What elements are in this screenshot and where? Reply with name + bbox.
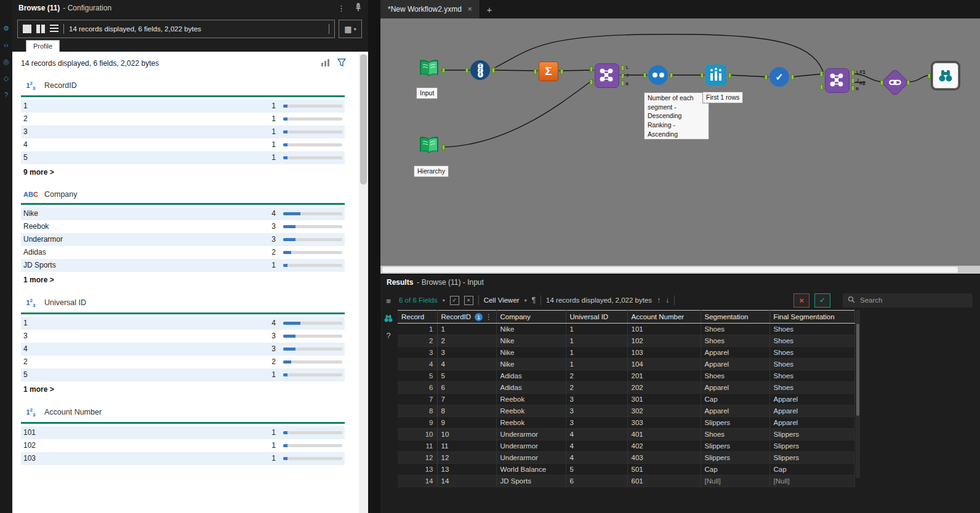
table-row[interactable]: 1414JD Sports6601[Null][Null] <box>398 475 854 487</box>
workflow-annotation[interactable]: First 1 rows <box>702 92 743 103</box>
config-scrollbar-thumb[interactable] <box>360 54 367 185</box>
ranking-tool[interactable] <box>705 65 726 86</box>
table-row[interactable]: 77Reebok3301CapApparel <box>398 394 854 405</box>
canvas-scrollbar-thumb[interactable] <box>382 267 958 272</box>
pin-icon[interactable] <box>355 3 362 14</box>
results-list-icon[interactable]: ≡ <box>383 295 394 306</box>
connector-anchor[interactable] <box>765 74 768 80</box>
browse-tool[interactable] <box>933 63 958 89</box>
more-values-link[interactable]: 9 more > <box>21 164 345 177</box>
tab-close-icon[interactable]: × <box>468 5 472 14</box>
tool-annotation-label[interactable]: Hierarchy <box>414 165 449 177</box>
column-header-company[interactable]: Company <box>496 311 566 324</box>
table-row[interactable]: 99Reebok3303SlippersApparel <box>398 417 854 429</box>
connector-anchor[interactable] <box>465 68 468 73</box>
summarize-tool[interactable]: Σ <box>539 62 558 81</box>
gear-icon[interactable]: ⚙ <box>1 23 11 33</box>
join-multiple-tool[interactable] <box>885 73 905 92</box>
record-id-tool[interactable]: 123 <box>470 60 490 80</box>
table-options-button[interactable]: ▦ ▾ <box>339 20 362 38</box>
results-binoculars-icon[interactable] <box>383 312 394 324</box>
split-view-icon[interactable] <box>36 25 45 33</box>
connector-anchor[interactable] <box>851 86 854 91</box>
table-row[interactable]: 1111Underarmor4402SlippersSlippers <box>398 440 854 452</box>
table-row[interactable]: 1313World Balance5501CapCap <box>398 464 854 475</box>
connector-anchor[interactable] <box>621 73 624 79</box>
select-fields-checkbox[interactable]: ✓ <box>450 296 459 305</box>
list-view-icon[interactable] <box>50 25 58 33</box>
single-view-icon[interactable] <box>23 25 31 33</box>
join-tool-2[interactable]: LJR <box>825 68 849 93</box>
table-row[interactable]: 55Adidas2201ShoesShoes <box>398 370 854 382</box>
table-row[interactable]: 88Reebok3302ApparelApparel <box>398 405 854 417</box>
input-data-tool[interactable] <box>418 59 440 81</box>
check-tool[interactable]: ✓ <box>769 67 789 87</box>
hierarchy-input-tool[interactable] <box>418 136 440 158</box>
history-icon[interactable]: ◎ <box>1 57 11 66</box>
connector-anchor[interactable] <box>820 84 823 90</box>
new-tab-button[interactable]: + <box>480 0 499 18</box>
more-values-link[interactable]: 1 more > <box>21 381 345 394</box>
results-vertical-scrollbar[interactable] <box>856 310 860 478</box>
search-input[interactable] <box>859 296 968 304</box>
tile-tool[interactable] <box>648 65 668 85</box>
cell-viewer-dropdown[interactable]: Cell Viewer <box>484 296 520 304</box>
apply-button[interactable]: ✓ <box>814 293 830 308</box>
column-header-record[interactable]: Record <box>398 311 437 324</box>
filter-icon[interactable] <box>337 58 346 68</box>
canvas-horizontal-scrollbar[interactable] <box>380 266 980 274</box>
join-tool[interactable]: LJR <box>595 63 619 88</box>
connector-anchor[interactable] <box>560 69 563 74</box>
deselect-fields-checkbox[interactable]: × <box>464 296 473 305</box>
tab-profile[interactable]: Profile <box>26 40 60 52</box>
connector-anchor[interactable] <box>851 70 854 76</box>
kebab-menu-icon[interactable]: ⋮ <box>331 4 351 13</box>
connector-anchor[interactable] <box>442 145 445 150</box>
table-row[interactable]: 33Nike1103ApparelShoes <box>398 347 854 359</box>
workflow-canvas[interactable]: Input123ΣLJR✓LJRHierarchyNumber of each … <box>380 18 980 274</box>
tag-icon[interactable]: ◇ <box>1 73 11 83</box>
column-header-universal-id[interactable]: Universal ID <box>566 311 627 324</box>
results-scrollbar-thumb[interactable] <box>856 324 859 416</box>
connector-anchor[interactable] <box>442 68 445 73</box>
connector-anchor[interactable] <box>590 66 593 72</box>
table-row[interactable]: 11Nike1101ShoesShoes <box>398 324 854 335</box>
more-values-link[interactable]: 1 more > <box>21 272 345 284</box>
connector-anchor[interactable] <box>670 73 673 78</box>
pilcrow-icon[interactable]: ¶ <box>532 296 536 304</box>
connector-anchor[interactable] <box>643 73 646 78</box>
connector-anchor[interactable] <box>880 80 883 86</box>
connector-anchor[interactable] <box>907 80 910 86</box>
chart-view-icon[interactable] <box>321 59 330 68</box>
table-row[interactable]: 22Nike1102ShoesShoes <box>398 335 854 347</box>
connector-anchor[interactable] <box>820 71 823 77</box>
table-row[interactable]: 1212Underarmor4403SlippersSlippers <box>398 452 854 464</box>
column-header-segmentation[interactable]: Segmentation <box>701 311 769 324</box>
connector-anchor[interactable] <box>701 73 704 78</box>
column-header-recordid[interactable]: RecordID1⋮ <box>437 311 496 324</box>
help-icon[interactable]: ? <box>1 90 11 100</box>
fields-dropdown[interactable]: 6 of 6 Fields <box>399 296 438 304</box>
workflow-annotation[interactable]: Number of each segment - Descending Rank… <box>644 92 709 140</box>
tool-annotation-label[interactable]: Input <box>416 87 438 99</box>
arrow-down-icon[interactable]: ↓ <box>665 296 669 304</box>
connector-anchor[interactable] <box>621 65 624 71</box>
connector-anchor[interactable] <box>590 79 593 85</box>
column-header-account-number[interactable]: Account Number <box>627 311 701 324</box>
config-scrollbar[interactable] <box>359 54 368 513</box>
connector-anchor[interactable] <box>728 73 731 78</box>
table-row[interactable]: 1010Underarmor4401ShoesSlippers <box>398 429 854 440</box>
tab-new-workflow2[interactable]: *New Workflow2.yxmd × <box>380 0 480 18</box>
connector-anchor[interactable] <box>534 69 537 74</box>
code-icon[interactable]: ‹› <box>1 40 11 50</box>
connector-anchor[interactable] <box>928 73 931 79</box>
connector-anchor[interactable] <box>492 68 495 73</box>
column-menu-icon[interactable]: ⋮ <box>485 313 492 320</box>
arrow-up-icon[interactable]: ↑ <box>657 296 661 304</box>
connector-anchor[interactable] <box>851 78 854 84</box>
table-row[interactable]: 66Adidas2202ApparelShoes <box>398 382 854 394</box>
cancel-button[interactable]: × <box>793 293 809 308</box>
connector-anchor[interactable] <box>621 81 624 86</box>
connector-anchor[interactable] <box>791 74 794 80</box>
results-help-icon[interactable]: ? <box>383 330 394 341</box>
